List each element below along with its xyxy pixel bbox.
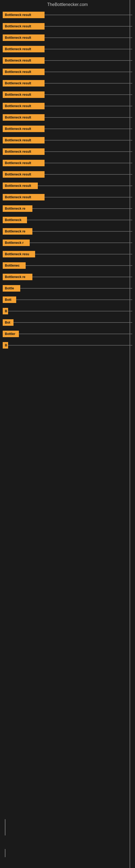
bottleneck-label: Bottleneck re (3, 228, 32, 235)
list-item: Bottleneck result (3, 21, 132, 32)
list-item: Bottleneck result (3, 169, 132, 180)
list-item: Bottleneck result (3, 180, 132, 191)
bottom-left-vline2 (5, 849, 5, 857)
entry-line (45, 83, 132, 84)
list-item: B (3, 340, 132, 351)
list-item: B (3, 305, 132, 317)
vertical-line-right (130, 0, 130, 868)
bottleneck-label: Bott (3, 297, 16, 303)
list-item: Bot (3, 317, 132, 328)
entry-line (45, 49, 132, 50)
entry-line (45, 26, 132, 27)
bottleneck-label: Bottleneck result (3, 12, 45, 18)
list-item: Bottleneck result (3, 112, 132, 123)
list-item: Bottleneck re (3, 203, 132, 214)
list-item: Bottleneck result (3, 32, 132, 43)
bottleneck-label: Bottleneck result (3, 80, 45, 87)
list-item: Bottler (3, 328, 132, 340)
bottleneck-label: B (3, 308, 8, 314)
bottleneck-label: Bottleneck result (3, 57, 45, 64)
entry-line (45, 129, 132, 129)
bottleneck-label: Bottleneck result (3, 194, 45, 200)
entry-line (19, 334, 132, 334)
entry-line (32, 277, 132, 277)
bottleneck-label: Bottleneck result (3, 160, 45, 166)
page-wrapper: TheBottlenecker.com Bottleneck resultBot… (0, 0, 135, 868)
list-item: Bottleneck result (3, 134, 132, 146)
bottom-left-vline (5, 819, 5, 835)
entry-line (30, 243, 132, 243)
entry-line (32, 208, 132, 209)
entry-line (45, 174, 132, 175)
content-area: Bottleneck resultBottleneck resultBottle… (0, 9, 135, 351)
entry-line (27, 220, 132, 220)
bottleneck-label: Bottleneck result (3, 23, 45, 30)
bottleneck-label: Bottleneck result (3, 69, 45, 75)
bottleneck-label: Bottleneck result (3, 171, 45, 178)
bottleneck-label: Bottleneck result (3, 183, 38, 189)
bottleneck-label: Bottleneck result (3, 46, 45, 52)
list-item: Bottleneck result (3, 66, 132, 78)
entry-line (45, 72, 132, 72)
bottleneck-label: Bottleneck (3, 217, 27, 223)
bottleneck-label: B (3, 342, 8, 348)
bottleneck-label: Bottleneck result (3, 34, 45, 41)
entry-line (45, 197, 132, 197)
bottleneck-label: Bottleneck re (3, 205, 32, 212)
bottleneck-label: Bottleneck result (3, 103, 45, 109)
entry-line (8, 345, 132, 346)
list-item: Bottleneck resu (3, 248, 132, 260)
list-item: Bottleneck r (3, 237, 132, 248)
site-title: TheBottlenecker.com (0, 0, 135, 9)
entry-line (32, 231, 132, 231)
list-item: Bottleneck result (3, 100, 132, 112)
entry-line (16, 300, 132, 300)
list-item: Bottleneck re (3, 271, 132, 283)
entry-line (26, 265, 132, 266)
list-item: Bottleneck result (3, 123, 132, 134)
bottleneck-label: Bot (3, 319, 13, 326)
entry-line (45, 94, 132, 95)
list-item: Bottle (3, 283, 132, 294)
list-item: Bottleneck result (3, 78, 132, 89)
list-item: Bottleneck result (3, 157, 132, 169)
entry-line (13, 322, 132, 323)
entry-line (45, 37, 132, 38)
entry-line (45, 151, 132, 152)
entry-line (45, 163, 132, 163)
bottleneck-label: Bottlenec (3, 262, 26, 269)
entry-line (45, 60, 132, 61)
list-item: Bottleneck re (3, 226, 132, 237)
bottleneck-label: Bottleneck result (3, 114, 45, 121)
entry-line (8, 311, 132, 311)
list-item: Bottleneck result (3, 89, 132, 100)
list-item: Bottleneck result (3, 191, 132, 203)
entry-line (45, 14, 132, 15)
bottleneck-label: Bottleneck result (3, 148, 45, 155)
list-item: Bottlenec (3, 260, 132, 271)
list-item: Bott (3, 294, 132, 305)
bottleneck-label: Bottleneck result (3, 91, 45, 98)
list-item: Bottleneck result (3, 55, 132, 66)
entry-line (45, 117, 132, 118)
list-item: Bottleneck (3, 214, 132, 226)
bottleneck-label: Bottleneck re (3, 274, 32, 280)
bottleneck-label: Bottler (3, 331, 19, 337)
bottleneck-label: Bottleneck r (3, 240, 30, 246)
entry-line (45, 106, 132, 106)
entry-line (38, 186, 132, 186)
bottleneck-label: Bottleneck resu (3, 251, 35, 257)
list-item: Bottleneck result (3, 146, 132, 157)
entry-line (35, 254, 132, 254)
bottleneck-label: Bottle (3, 285, 20, 291)
bottleneck-label: Bottleneck result (3, 126, 45, 132)
bottom-spacer (0, 351, 135, 568)
entry-line (45, 140, 132, 141)
list-item: Bottleneck result (3, 43, 132, 55)
entry-line (20, 288, 132, 289)
bottleneck-label: Bottleneck result (3, 137, 45, 144)
list-item: Bottleneck result (3, 9, 132, 21)
